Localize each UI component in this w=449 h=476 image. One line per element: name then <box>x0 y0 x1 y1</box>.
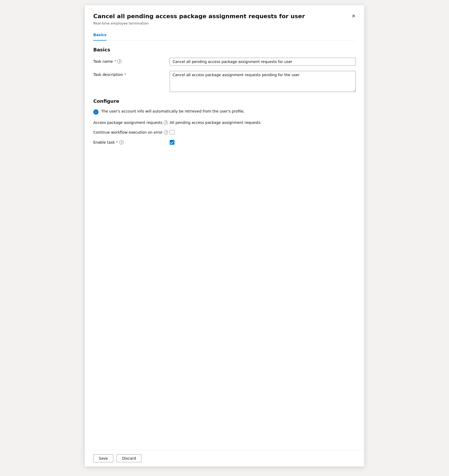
info-circle-icon <box>93 109 99 115</box>
enable-task-checkbox-container <box>170 140 174 145</box>
enable-task-required: * <box>116 140 118 144</box>
access-requests-info-icon[interactable]: i <box>164 120 168 125</box>
task-name-required: * <box>114 59 116 64</box>
info-banner: The user's account info will automatical… <box>93 109 356 115</box>
access-requests-value: All pending access package assignment re… <box>170 120 261 125</box>
tabs-bar: Basics <box>93 30 356 41</box>
task-name-control <box>170 58 356 66</box>
task-name-row: Task name * i <box>93 58 356 66</box>
continue-on-error-checkbox-container <box>170 130 174 135</box>
info-banner-text: The user's account info will automatical… <box>101 109 245 113</box>
save-button[interactable]: Save <box>93 454 113 462</box>
access-requests-label: Access package assignment requests i <box>93 120 170 125</box>
dialog-subtitle: Real-time employee termination <box>93 21 356 25</box>
tab-basics[interactable]: Basics <box>93 30 106 41</box>
access-requests-row: Access package assignment requests i All… <box>93 120 356 125</box>
task-name-input[interactable] <box>170 58 356 66</box>
task-description-control <box>170 71 356 93</box>
task-description-required: * <box>124 72 126 77</box>
enable-task-info-icon[interactable]: i <box>119 140 124 144</box>
dialog: Cancel all pending access package assign… <box>85 5 364 467</box>
configure-section: Configure The user's account info will a… <box>93 98 356 145</box>
task-name-info-icon[interactable]: i <box>117 59 121 64</box>
dialog-title: Cancel all pending access package assign… <box>93 13 356 20</box>
continue-on-error-info-icon[interactable]: i <box>164 130 168 134</box>
configure-section-heading: Configure <box>93 98 356 104</box>
svg-rect-1 <box>96 112 96 113</box>
task-description-input[interactable] <box>170 71 356 92</box>
close-button[interactable]: ✕ <box>349 12 358 20</box>
task-description-label: Task description * <box>93 71 170 77</box>
task-name-label: Task name * i <box>93 58 170 64</box>
discard-button[interactable]: Discard <box>116 454 141 462</box>
dialog-body: Basics Basics Task name * i Task descrip… <box>85 30 364 450</box>
task-description-row: Task description * <box>93 71 356 93</box>
dialog-footer: Save Discard <box>85 450 364 467</box>
svg-point-0 <box>96 111 96 111</box>
basics-section-heading: Basics <box>93 47 356 52</box>
continue-on-error-row: Continue workflow execution on error i <box>93 130 356 135</box>
enable-task-label: Enable task * i <box>93 140 170 144</box>
dialog-header: Cancel all pending access package assign… <box>85 5 364 30</box>
info-svg <box>95 111 97 113</box>
enable-task-row: Enable task * i <box>93 140 356 145</box>
enable-task-checkbox[interactable] <box>170 140 174 145</box>
continue-on-error-label: Continue workflow execution on error i <box>93 130 170 134</box>
continue-on-error-checkbox[interactable] <box>170 130 174 135</box>
